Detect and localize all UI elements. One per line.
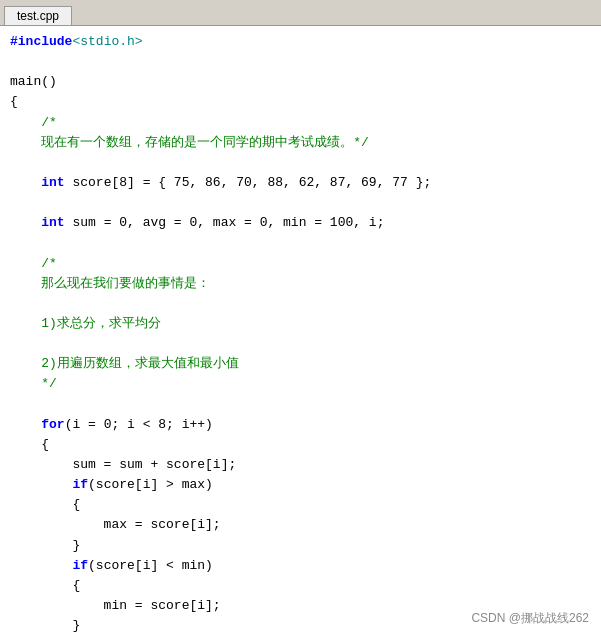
code-area[interactable]: #include<stdio.h> main() { /* 现在有一个数组，存储… — [0, 26, 601, 637]
code-line: { — [10, 576, 591, 596]
code-line — [10, 193, 591, 213]
code-line — [10, 334, 591, 354]
code-line: 现在有一个数组，存储的是一个同学的期中考试成绩。*/ — [10, 133, 591, 153]
code-line: { — [10, 435, 591, 455]
code-line: int score[8] = { 75, 86, 70, 88, 62, 87,… — [10, 173, 591, 193]
code-line: /* — [10, 113, 591, 133]
code-line: 1)求总分，求平均分 — [10, 314, 591, 334]
code-line — [10, 294, 591, 314]
code-line: { — [10, 495, 591, 515]
code-line: sum = sum + score[i]; — [10, 455, 591, 475]
editor-window: test.cpp #include<stdio.h> main() { /* 现… — [0, 0, 601, 637]
code-line: 2)用遍历数组，求最大值和最小值 — [10, 354, 591, 374]
code-line — [10, 153, 591, 173]
code-line: { — [10, 92, 591, 112]
code-line: if(score[i] < min) — [10, 556, 591, 576]
code-line: main() — [10, 72, 591, 92]
code-line: if(score[i] > max) — [10, 475, 591, 495]
code-line: */ — [10, 374, 591, 394]
keyword-include: #include — [10, 34, 72, 49]
file-tab[interactable]: test.cpp — [4, 6, 72, 25]
code-line: max = score[i]; — [10, 515, 591, 535]
code-line — [10, 233, 591, 253]
code-line: /* — [10, 254, 591, 274]
watermark: CSDN @挪战战线262 — [471, 610, 589, 627]
header-file: <stdio.h> — [72, 34, 142, 49]
tab-bar: test.cpp — [0, 0, 601, 26]
code-line: #include<stdio.h> — [10, 32, 591, 52]
code-line: 那么现在我们要做的事情是： — [10, 274, 591, 294]
code-line — [10, 52, 591, 72]
code-line: for(i = 0; i < 8; i++) — [10, 415, 591, 435]
code-line: int sum = 0, avg = 0, max = 0, min = 100… — [10, 213, 591, 233]
code-line: } — [10, 536, 591, 556]
code-line — [10, 395, 591, 415]
